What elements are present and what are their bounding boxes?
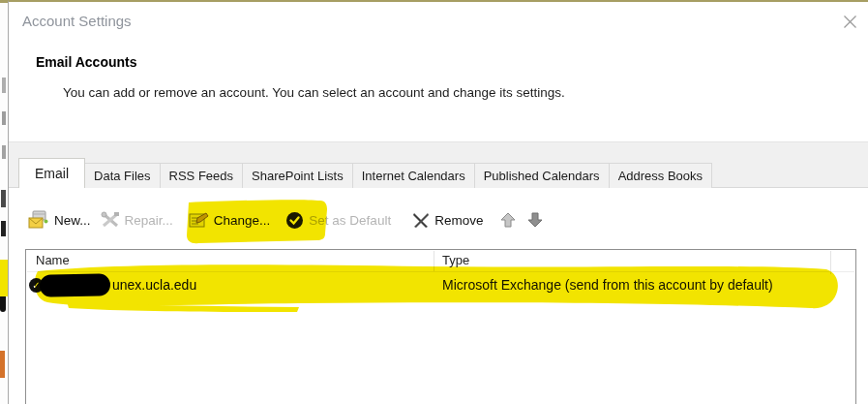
section-title: Email Accounts xyxy=(36,54,137,70)
account-settings-dialog: Account Settings Email Accounts You can … xyxy=(8,0,868,404)
accounts-table[interactable]: Name Type ✓ unex.ucla.edu Microsoft Exch… xyxy=(25,249,856,404)
sliver-fragment xyxy=(2,111,6,125)
default-check-icon xyxy=(285,211,304,230)
sliver-fragment xyxy=(2,78,6,93)
tab-rss-feeds[interactable]: RSS Feeds xyxy=(160,163,243,188)
change-button-label: Change... xyxy=(214,213,271,228)
sliver-fragment xyxy=(2,145,6,159)
remove-button[interactable]: Remove xyxy=(412,212,483,229)
close-button[interactable] xyxy=(837,9,862,34)
tab-label: RSS Feeds xyxy=(169,169,233,183)
remove-button-label: Remove xyxy=(434,213,483,228)
tab-label: Address Books xyxy=(618,169,703,183)
background-window-sliver xyxy=(0,0,8,404)
sliver-fragment xyxy=(1,221,6,236)
tab-label: Published Calendars xyxy=(484,169,600,183)
tab-email[interactable]: Email xyxy=(18,158,85,188)
tab-label: SharePoint Lists xyxy=(252,169,344,183)
section-description: You can add or remove an account. You ca… xyxy=(63,85,565,100)
repair-tools-icon xyxy=(101,211,120,229)
account-type: Microsoft Exchange (send from this accou… xyxy=(442,277,773,293)
move-up-button[interactable] xyxy=(500,212,516,228)
tab-label: Data Files xyxy=(94,169,151,183)
tab-sharepoint-lists[interactable]: SharePoint Lists xyxy=(242,163,353,188)
tab-address-books[interactable]: Address Books xyxy=(609,163,712,188)
redaction-blob xyxy=(40,273,110,297)
window-title: Account Settings xyxy=(22,13,132,29)
repair-button-label: Repair... xyxy=(125,213,173,228)
account-row[interactable]: ✓ unex.ucla.edu Microsoft Exchange (send… xyxy=(26,272,855,299)
account-name: unex.ucla.edu xyxy=(112,277,196,293)
close-icon xyxy=(843,15,857,29)
move-down-button[interactable] xyxy=(527,212,543,228)
marker-highlight-sliver xyxy=(0,260,8,296)
set-as-default-button[interactable]: Set as Default xyxy=(285,211,391,230)
remove-icon xyxy=(412,212,430,229)
tab-data-files[interactable]: Data Files xyxy=(84,163,161,188)
sliver-fragment xyxy=(1,190,6,207)
tab-label: Email xyxy=(35,166,69,181)
tab-label: Internet Calendars xyxy=(362,169,465,183)
repair-button[interactable]: Repair... xyxy=(101,211,173,229)
change-button[interactable]: Change... xyxy=(189,211,271,230)
new-account-icon xyxy=(28,210,49,230)
tab-internet-calendars[interactable]: Internet Calendars xyxy=(352,163,475,188)
tab-published-calendars[interactable]: Published Calendars xyxy=(474,163,610,188)
sliver-fragment xyxy=(0,351,5,378)
arrow-down-icon xyxy=(527,212,543,228)
set-as-default-label: Set as Default xyxy=(309,213,391,228)
new-button[interactable]: New... xyxy=(28,210,91,230)
arrow-up-icon xyxy=(500,212,516,228)
change-account-icon xyxy=(189,211,209,230)
sliver-fragment xyxy=(0,0,8,3)
tab-strip: Email Data Files RSS Feeds SharePoint Li… xyxy=(9,142,868,188)
new-button-label: New... xyxy=(54,213,91,228)
column-separator[interactable] xyxy=(434,251,434,271)
accounts-toolbar: New... Repair... Change... xyxy=(28,199,543,241)
column-header-name[interactable]: Name xyxy=(36,253,70,267)
column-header-type[interactable]: Type xyxy=(442,253,469,267)
